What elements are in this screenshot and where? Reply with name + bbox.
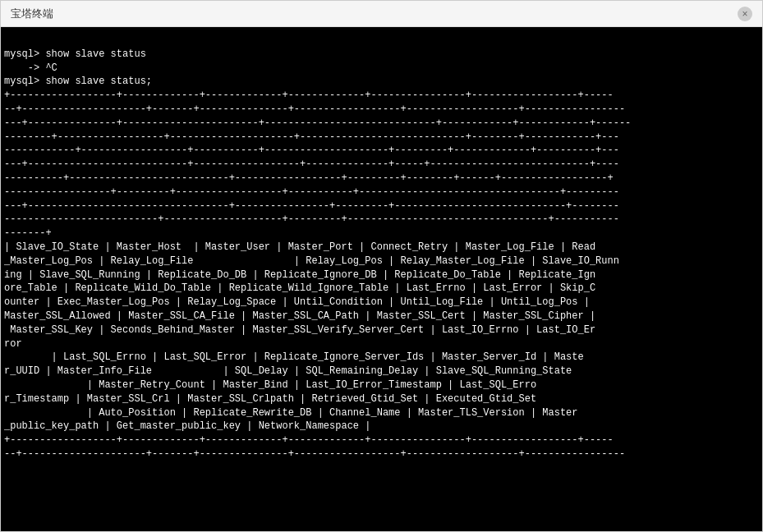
close-button[interactable]: × — [738, 7, 752, 21]
title-bar: 宝塔终端 × — [1, 1, 762, 27]
title-bar-left: 宝塔终端 — [11, 7, 53, 21]
terminal-body[interactable]: mysql> show slave status -> ^C mysql> sh… — [1, 27, 762, 531]
window-title: 宝塔终端 — [11, 7, 53, 21]
window: 宝塔终端 × mysql> show slave status -> ^C my… — [0, 0, 763, 532]
